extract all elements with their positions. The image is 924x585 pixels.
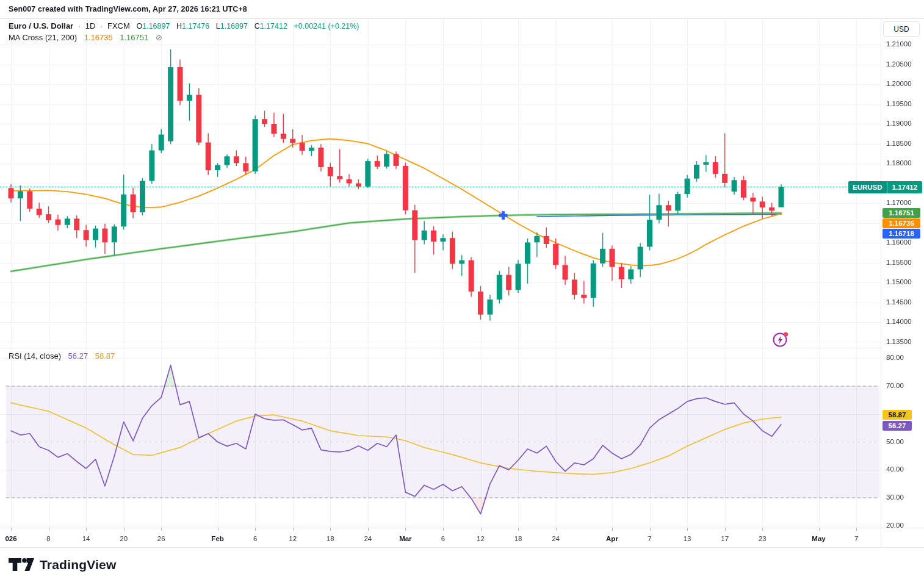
time-axis-label: Mar: [399, 535, 411, 542]
interval-label: 1D: [85, 21, 96, 31]
price-axis-label: 1.14500: [886, 298, 912, 306]
price-axis-label: 1.16000: [886, 239, 912, 246]
time-axis-label: May: [812, 535, 825, 542]
ma-slow-value: 1.16751: [120, 33, 148, 42]
time-axis-label: 18: [327, 535, 334, 542]
quick-action-lightning-icon[interactable]: [772, 331, 789, 348]
time-axis-label: Apr: [606, 535, 618, 542]
time-axis-label: 23: [759, 535, 767, 542]
open-value: 1.16897: [142, 22, 170, 31]
high-value: 1.17476: [182, 22, 209, 31]
last-price-badge: EURUSD 1.17412: [848, 181, 922, 193]
ma-blue-price-badge: 1.16718: [882, 229, 920, 239]
price-axis-label: 1.14000: [886, 318, 912, 325]
rsi-axis-label: 40.00: [886, 465, 904, 473]
change-value: +0.00241 (+0.21%): [294, 22, 359, 31]
open-letter: O: [136, 22, 142, 31]
price-axis-label: 1.19000: [886, 120, 912, 127]
currency-unit-button[interactable]: USD: [883, 21, 920, 37]
time-axis-label: 026: [5, 535, 16, 542]
tradingview-logo-mark: [9, 557, 34, 572]
price-axis-label: 1.13500: [886, 338, 912, 345]
rsi-axis-label: 50.00: [886, 438, 904, 445]
exchange-label: FXCM: [107, 21, 130, 31]
symbol-name: Euro / U.S. Dollar: [9, 21, 73, 31]
price-axis-label: 1.18500: [886, 140, 912, 147]
rsi-value: 56.27: [68, 351, 88, 361]
ma-cross-title: MA Cross (21, 200): [9, 33, 77, 42]
ma-slow-price-badge: 1.16751: [882, 208, 920, 218]
legend-separator: ·: [100, 21, 103, 31]
tradingview-logo-text: TradingView: [40, 558, 117, 572]
time-axis-label: 7: [648, 535, 651, 542]
rsi-ma-value: 58.87: [95, 351, 115, 361]
rsi-axis-label: 70.00: [886, 382, 904, 389]
rsi-ma-badge: 58.87: [882, 410, 912, 420]
last-price-badge-symbol: EURUSD: [848, 181, 887, 193]
time-axis-label: 24: [364, 535, 372, 542]
chart-credit-text: Sen007 created with TradingView.com, Apr…: [9, 5, 247, 13]
time-axis-label: 6: [253, 535, 257, 542]
last-price-badge-value: 1.17412: [887, 181, 923, 193]
symbol-legend[interactable]: Euro / U.S. Dollar · 1D · FXCM O1.16897 …: [9, 21, 359, 31]
close-letter: C: [254, 22, 260, 31]
time-axis-label: 12: [477, 535, 485, 542]
close-value: 1.17412: [260, 22, 287, 31]
tradingview-chart-window: Sen007 created with TradingView.com, Apr…: [0, 0, 924, 585]
legend-separator: ·: [78, 21, 81, 31]
rsi-axis-label: 30.00: [886, 493, 904, 501]
low-value: 1.16897: [220, 22, 248, 31]
high-letter: H: [176, 22, 182, 31]
indicator-disabled-icon[interactable]: ⊘: [156, 33, 162, 42]
time-axis-label: 13: [684, 535, 691, 542]
rsi-title: RSI (14, close): [9, 351, 61, 361]
tradingview-logo[interactable]: TradingView: [9, 557, 117, 572]
ma-fast-value: 1.16735: [84, 33, 113, 42]
price-axis-label: 1.17000: [886, 199, 912, 206]
time-axis-label: 7: [854, 535, 858, 542]
price-axis-label: 1.18000: [886, 159, 912, 167]
price-axis-label: 1.20000: [886, 80, 912, 87]
ma-cross-legend[interactable]: MA Cross (21, 200) 1.16735 1.16751 ⊘: [9, 33, 162, 42]
price-axis-label: 1.15000: [886, 278, 912, 285]
rsi-value-badge: 56.27: [882, 421, 912, 431]
time-axis-label: Feb: [211, 535, 223, 542]
price-axis-label: 1.20500: [886, 60, 912, 68]
rsi-axis-label: 80.00: [886, 354, 904, 361]
time-axis-label: 26: [157, 535, 165, 542]
rsi-legend[interactable]: RSI (14, close) 56.27 58.87: [9, 351, 115, 361]
ma-fast-price-badge: 1.16735: [882, 218, 920, 228]
low-letter: L: [216, 22, 220, 31]
rsi-axis-label: 20.00: [886, 522, 904, 529]
time-axis-label: 17: [721, 535, 729, 542]
time-axis-label: 12: [289, 535, 297, 542]
time-axis-label: 8: [46, 535, 50, 542]
time-axis-label: 6: [441, 535, 445, 542]
price-axis-label: 1.21000: [886, 40, 912, 48]
price-axis-label: 1.15500: [886, 259, 912, 266]
time-axis-label: 18: [514, 535, 522, 542]
time-axis-label: 24: [552, 535, 560, 542]
time-axis-label: 20: [120, 535, 128, 542]
time-axis-label: 14: [82, 535, 90, 542]
price-axis-label: 1.19500: [886, 100, 912, 107]
chart-canvas[interactable]: [0, 0, 924, 585]
